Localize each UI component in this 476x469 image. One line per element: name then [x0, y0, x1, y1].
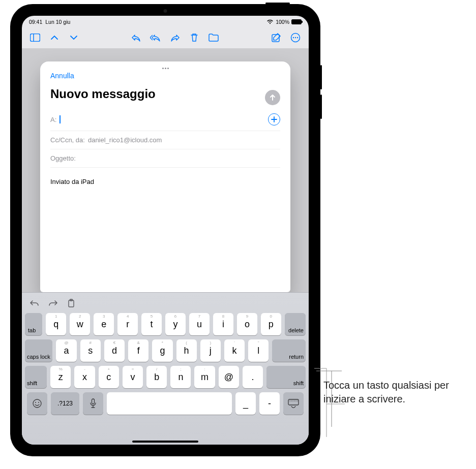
- svg-rect-0: [31, 34, 40, 42]
- svg-point-4: [293, 37, 294, 38]
- callout-text: Tocca un tasto qualsiasi per iniziare a …: [323, 379, 466, 406]
- svg-rect-7: [69, 300, 74, 307]
- message-body[interactable]: Inviato da iPad: [50, 168, 280, 196]
- arrow-up-icon: [269, 93, 277, 102]
- more-icon[interactable]: [287, 29, 304, 46]
- key-x[interactable]: -x: [74, 366, 95, 388]
- sidebar-toggle-icon[interactable]: [27, 29, 43, 46]
- status-time: 09:41: [29, 19, 42, 25]
- key-b[interactable]: /b: [146, 366, 167, 388]
- home-indicator[interactable]: [132, 441, 198, 443]
- svg-point-11: [38, 402, 39, 403]
- callout-leader-line: [314, 366, 350, 447]
- key-v[interactable]: =v: [123, 366, 143, 388]
- key-a[interactable]: @a: [56, 339, 76, 362]
- key-at[interactable]: @: [219, 366, 239, 388]
- key-r[interactable]: 4r: [117, 313, 138, 335]
- key-q[interactable]: 1q: [46, 313, 66, 335]
- signature-text: Inviato da iPad: [50, 178, 94, 185]
- svg-point-17: [294, 400, 294, 401]
- key-g[interactable]: *g: [152, 339, 172, 362]
- to-label: A:: [50, 116, 56, 123]
- cancel-button[interactable]: Annulla: [50, 72, 74, 80]
- subject-field[interactable]: Oggetto:: [50, 149, 280, 168]
- chevron-down-icon[interactable]: [66, 29, 82, 46]
- onscreen-keyboard: tab 1q 2w 3e 4r 5t 6y 7u 8i 9o 0p delete…: [22, 292, 309, 445]
- key-z[interactable]: %z: [50, 366, 71, 388]
- subject-label: Oggetto:: [50, 154, 76, 162]
- key-i[interactable]: 8i: [213, 313, 233, 335]
- clipboard-icon[interactable]: [66, 298, 77, 309]
- status-bar: 09:41 Lun 10 giu 100%: [22, 16, 309, 27]
- send-button[interactable]: [265, 90, 280, 105]
- key-h[interactable]: (h: [176, 339, 197, 362]
- chevron-up-icon[interactable]: [46, 29, 63, 46]
- key-dictation[interactable]: [83, 392, 103, 415]
- svg-rect-13: [288, 399, 299, 405]
- volume-up-button[interactable]: [320, 65, 322, 89]
- key-j[interactable]: )j: [200, 339, 221, 362]
- key-w[interactable]: 2w: [70, 313, 90, 335]
- key-k[interactable]: 'k: [224, 339, 245, 362]
- key-d[interactable]: €d: [104, 339, 125, 362]
- reply-all-icon[interactable]: [147, 29, 164, 46]
- key-y[interactable]: 6y: [165, 313, 186, 335]
- plus-icon: [271, 116, 277, 122]
- key-n[interactable]: ;n: [170, 366, 191, 388]
- undo-icon[interactable]: [29, 298, 40, 309]
- key-emoji[interactable]: [27, 392, 47, 415]
- key-m[interactable]: :m: [194, 366, 215, 388]
- svg-point-16: [292, 400, 293, 401]
- front-camera: [164, 9, 167, 13]
- key-shift-left[interactable]: shift: [25, 366, 47, 388]
- key-tab[interactable]: tab: [25, 313, 42, 335]
- key-caps-lock[interactable]: caps lock: [25, 339, 52, 362]
- to-field[interactable]: A:: [50, 108, 280, 131]
- compose-title: Nuovo messaggio: [50, 87, 156, 101]
- svg-point-15: [291, 400, 291, 401]
- svg-point-5: [295, 37, 296, 38]
- sheet-grabber-more-icon[interactable]: [159, 68, 171, 69]
- key-p[interactable]: 0p: [261, 313, 281, 335]
- key-e[interactable]: 3e: [94, 313, 114, 335]
- key-u[interactable]: 7u: [189, 313, 210, 335]
- volume-down-button[interactable]: [320, 95, 322, 119]
- key-l[interactable]: "l: [248, 339, 269, 362]
- power-button[interactable]: [265, 3, 290, 4]
- add-contact-button[interactable]: [268, 113, 280, 126]
- svg-point-19: [297, 400, 298, 401]
- key-f[interactable]: &f: [128, 339, 148, 362]
- forward-icon[interactable]: [167, 29, 183, 46]
- dismiss-keyboard-icon: [288, 399, 299, 408]
- cc-bcc-from-field[interactable]: Cc/Ccn, da: daniel_rico1@icloud.com: [50, 131, 280, 149]
- svg-point-10: [35, 402, 36, 403]
- svg-point-14: [289, 400, 290, 401]
- microphone-icon: [90, 398, 97, 409]
- key-delete[interactable]: delete: [285, 313, 306, 335]
- status-date: Lun 10 giu: [45, 19, 70, 25]
- trash-icon[interactable]: [186, 29, 202, 46]
- key-t[interactable]: 5t: [141, 313, 162, 335]
- key-return[interactable]: return: [272, 339, 306, 362]
- key-space[interactable]: [107, 392, 232, 415]
- battery-percent: 100%: [276, 19, 289, 25]
- compose-sheet: Annulla Nuovo messaggio A: Cc/Ccn, da: d…: [40, 61, 290, 292]
- key-numbers[interactable]: .?123: [51, 392, 79, 415]
- key-dismiss-keyboard[interactable]: [283, 392, 304, 415]
- wifi-icon: [266, 19, 274, 24]
- emoji-icon: [32, 398, 42, 409]
- key-period[interactable]: .: [243, 366, 263, 388]
- redo-icon[interactable]: [47, 298, 58, 309]
- key-o[interactable]: 9o: [237, 313, 257, 335]
- key-c[interactable]: +c: [99, 366, 119, 388]
- reply-icon[interactable]: [128, 29, 144, 46]
- key-s[interactable]: #s: [80, 339, 101, 362]
- folder-icon[interactable]: [205, 29, 222, 46]
- key-shift-right[interactable]: shift: [266, 366, 306, 388]
- compose-icon[interactable]: [268, 29, 284, 46]
- key-dash[interactable]: -: [259, 392, 280, 415]
- mail-toolbar: [22, 27, 309, 48]
- ipad-device-frame: 09:41 Lun 10 giu 100%: [10, 4, 320, 456]
- svg-point-6: [297, 37, 298, 38]
- key-underscore[interactable]: _: [235, 392, 256, 415]
